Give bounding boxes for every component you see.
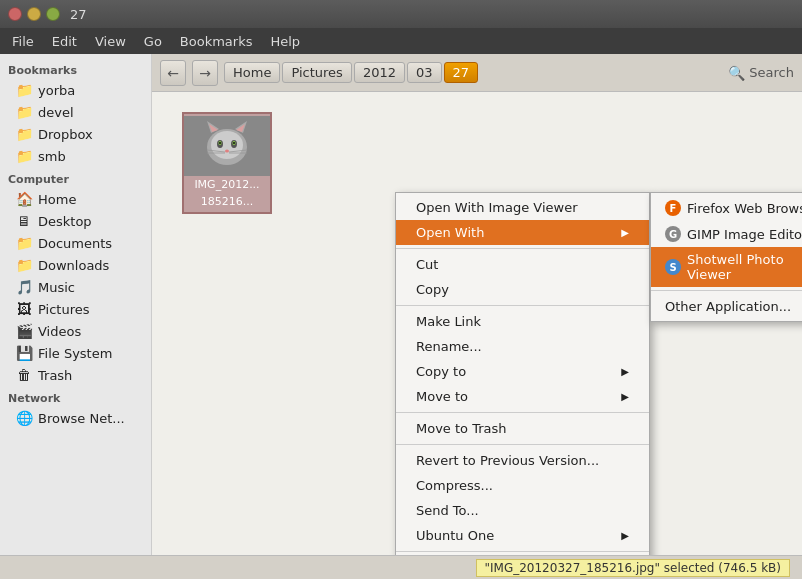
folder-icon: 📁 — [16, 148, 32, 164]
status-text: "IMG_20120327_185216.jpg" selected (746.… — [476, 559, 791, 577]
sidebar-item-downloads[interactable]: 📁 Downloads — [0, 254, 151, 276]
chevron-right-icon: ▶ — [621, 366, 629, 377]
chevron-right-icon: ▶ — [621, 391, 629, 402]
ctx-move-to-trash[interactable]: Move to Trash — [396, 416, 649, 441]
ctx-separator-5 — [396, 551, 649, 552]
submenu-separator — [651, 290, 802, 291]
sidebar-item-browse-network[interactable]: 🌐 Browse Net... — [0, 407, 151, 429]
sidebar-item-yorba[interactable]: 📁 yorba — [0, 79, 151, 101]
breadcrumb-27[interactable]: 27 — [444, 62, 479, 83]
sidebar-item-desktop[interactable]: 🖥 Desktop — [0, 210, 151, 232]
search-area: 🔍 Search — [728, 65, 794, 81]
sidebar-item-dropbox[interactable]: 📁 Dropbox — [0, 123, 151, 145]
breadcrumb: Home Pictures 2012 03 27 — [224, 62, 722, 83]
bookmarks-section-label: Bookmarks — [0, 58, 151, 79]
breadcrumb-2012[interactable]: 2012 — [354, 62, 405, 83]
content-area: IMG_2012... 185216... Open With Image Vi… — [152, 92, 802, 555]
forward-button[interactable]: → — [192, 60, 218, 86]
search-icon: 🔍 — [728, 65, 745, 81]
documents-icon: 📁 — [16, 235, 32, 251]
context-menu: Open With Image Viewer Open With ▶ Cut C… — [395, 192, 650, 555]
submenu-firefox[interactable]: F Firefox Web Browser — [651, 195, 802, 221]
breadcrumb-03[interactable]: 03 — [407, 62, 442, 83]
statusbar: "IMG_20120327_185216.jpg" selected (746.… — [0, 555, 802, 579]
sidebar-item-documents[interactable]: 📁 Documents — [0, 232, 151, 254]
menu-file[interactable]: File — [4, 31, 42, 52]
submenu-firefox-label: Firefox Web Browser — [687, 201, 802, 216]
cat-image — [197, 119, 257, 174]
close-button[interactable] — [8, 7, 22, 21]
ctx-revert-label: Revert to Previous Version... — [416, 453, 599, 468]
sidebar-item-videos[interactable]: 🎬 Videos — [0, 320, 151, 342]
computer-section-label: Computer — [0, 167, 151, 188]
music-icon: 🎵 — [16, 279, 32, 295]
file-thumbnail — [184, 116, 270, 176]
breadcrumb-home[interactable]: Home — [224, 62, 280, 83]
gimp-icon: G — [665, 226, 681, 242]
menu-view[interactable]: View — [87, 31, 134, 52]
file-name-line2: 185216... — [186, 193, 268, 210]
ctx-send-to-label: Send To... — [416, 503, 479, 518]
folder-icon: 📁 — [16, 104, 32, 120]
ctx-separator-3 — [396, 412, 649, 413]
file-item[interactable]: IMG_2012... 185216... — [182, 112, 272, 214]
submenu-gimp[interactable]: G GIMP Image Editor — [651, 221, 802, 247]
downloads-icon: 📁 — [16, 257, 32, 273]
minimize-button[interactable] — [27, 7, 41, 21]
ctx-separator-1 — [396, 248, 649, 249]
submenu-shotwell[interactable]: S Shotwell Photo Viewer ↖ — [651, 247, 802, 287]
submenu-shotwell-label: Shotwell Photo Viewer — [687, 252, 802, 282]
file-name-line1: IMG_2012... — [186, 176, 268, 193]
sidebar-item-devel[interactable]: 📁 devel — [0, 101, 151, 123]
breadcrumb-pictures[interactable]: Pictures — [282, 62, 351, 83]
menu-help[interactable]: Help — [262, 31, 308, 52]
videos-icon: 🎬 — [16, 323, 32, 339]
ctx-cut-label: Cut — [416, 257, 438, 272]
submenu-gimp-label: GIMP Image Editor — [687, 227, 802, 242]
network-section-label: Network — [0, 386, 151, 407]
search-label: Search — [749, 65, 794, 80]
ctx-ubuntu-one-label: Ubuntu One — [416, 528, 494, 543]
ctx-make-link[interactable]: Make Link — [396, 309, 649, 334]
ctx-cut[interactable]: Cut — [396, 252, 649, 277]
svg-point-2 — [211, 131, 243, 159]
sidebar: Bookmarks 📁 yorba 📁 devel 📁 Dropbox 📁 sm… — [0, 54, 152, 555]
trash-icon: 🗑 — [16, 367, 32, 383]
ctx-open-with-label: Open With — [416, 225, 484, 240]
menu-bookmarks[interactable]: Bookmarks — [172, 31, 261, 52]
ctx-compress[interactable]: Compress... — [396, 473, 649, 498]
ctx-copy[interactable]: Copy — [396, 277, 649, 302]
submenu-other-app-label: Other Application... — [665, 299, 791, 314]
submenu-other-app[interactable]: Other Application... — [651, 294, 802, 319]
ctx-copy-to-label: Copy to — [416, 364, 466, 379]
ctx-make-link-label: Make Link — [416, 314, 481, 329]
svg-point-12 — [233, 142, 235, 144]
sidebar-item-music[interactable]: 🎵 Music — [0, 276, 151, 298]
sidebar-item-smb[interactable]: 📁 smb — [0, 145, 151, 167]
sidebar-item-trash[interactable]: 🗑 Trash — [0, 364, 151, 386]
ctx-rename[interactable]: Rename... — [396, 334, 649, 359]
titlebar: 27 — [0, 0, 802, 28]
menu-edit[interactable]: Edit — [44, 31, 85, 52]
menubar: File Edit View Go Bookmarks Help — [0, 28, 802, 54]
sidebar-item-filesystem[interactable]: 💾 File System — [0, 342, 151, 364]
back-button[interactable]: ← — [160, 60, 186, 86]
firefox-icon: F — [665, 200, 681, 216]
ctx-revert[interactable]: Revert to Previous Version... — [396, 448, 649, 473]
ctx-ubuntu-one[interactable]: Ubuntu One ▶ — [396, 523, 649, 548]
ctx-send-to[interactable]: Send To... — [396, 498, 649, 523]
ctx-compress-label: Compress... — [416, 478, 493, 493]
ctx-open-with-image-viewer-label: Open With Image Viewer — [416, 200, 578, 215]
ctx-open-with[interactable]: Open With ▶ — [396, 220, 649, 245]
menu-go[interactable]: Go — [136, 31, 170, 52]
toolbar: ← → Home Pictures 2012 03 27 🔍 Search — [152, 54, 802, 92]
ctx-open-with-image-viewer[interactable]: Open With Image Viewer — [396, 195, 649, 220]
ctx-separator-4 — [396, 444, 649, 445]
ctx-copy-to[interactable]: Copy to ▶ — [396, 359, 649, 384]
ctx-move-to-trash-label: Move to Trash — [416, 421, 507, 436]
maximize-button[interactable] — [46, 7, 60, 21]
sidebar-item-home[interactable]: 🏠 Home — [0, 188, 151, 210]
ctx-move-to[interactable]: Move to ▶ — [396, 384, 649, 409]
sidebar-item-pictures[interactable]: 🖼 Pictures — [0, 298, 151, 320]
svg-point-11 — [219, 142, 221, 144]
